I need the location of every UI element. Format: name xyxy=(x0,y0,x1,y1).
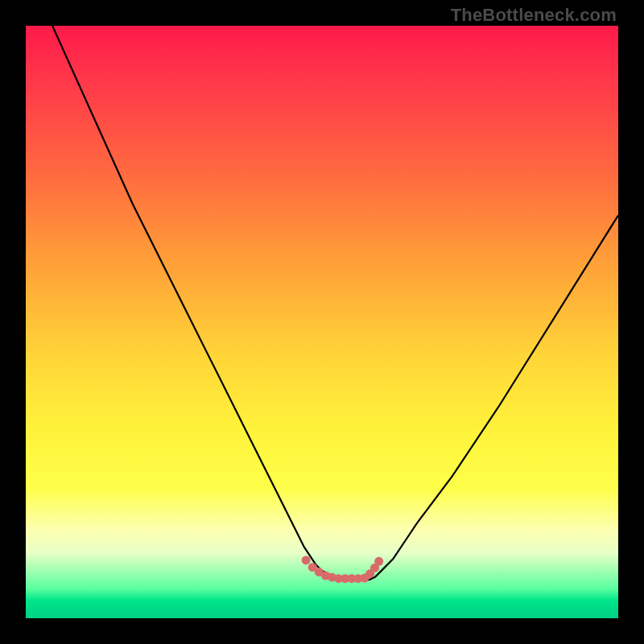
watermark-text: TheBottleneck.com xyxy=(451,5,617,26)
dot xyxy=(374,557,383,566)
dot xyxy=(302,555,311,564)
chart-svg xyxy=(26,26,618,618)
chart-frame: TheBottleneck.com xyxy=(0,0,644,644)
plot-area xyxy=(26,26,618,618)
curve-line xyxy=(52,26,618,580)
